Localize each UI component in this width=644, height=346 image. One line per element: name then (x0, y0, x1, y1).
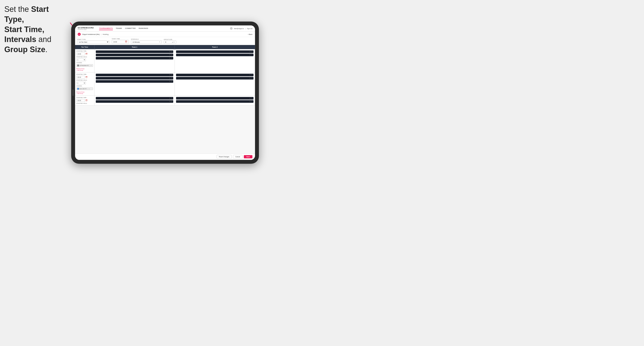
team1-cell-2: ✕ ✎ ✕ ✎ ✕ ✎ (94, 72, 175, 95)
instruction-text: Set the Start Type, Start Time, Interval… (4, 4, 69, 55)
cancel-button[interactable]: Cancel (233, 155, 242, 159)
starting-time-label-3: STARTING TIME: (76, 97, 93, 98)
team1-cell-3: ✕ ✎ ✕ ✎ (94, 96, 175, 105)
player-slot: ✕ ✎ (96, 77, 173, 79)
course-icon-1 (77, 65, 79, 66)
slot-edit-icon[interactable]: ✎ (251, 51, 253, 53)
slot-edit-icon[interactable]: ✎ (171, 101, 172, 102)
course-remove-1[interactable]: ✕ (90, 65, 90, 66)
player-slot: ✕ ✎ (96, 57, 173, 59)
table-row: STARTING TIME: ⏰ STARTING HOLE: ✕ ✎ ✕ ✎ (75, 96, 255, 106)
starting-time-input-3[interactable] (76, 99, 85, 102)
tablet-screen: SCOREBOARD Powered by clippd TOURNAMENTS… (75, 25, 255, 160)
slot-edit-icon[interactable]: ✎ (251, 74, 253, 76)
clock-icon-3: ⏰ (86, 100, 88, 101)
start-time-label: Start Time (112, 38, 129, 39)
slot-edit-icon[interactable]: ✎ (251, 77, 253, 79)
nav-links: TOURNAMENTS TEAMS COMMITTEE RANKINGS (99, 27, 226, 30)
nav-teams[interactable]: TEAMS (116, 27, 122, 30)
player-slot: ✕ ✎ (176, 74, 254, 76)
starting-time-input-1[interactable] (76, 53, 85, 55)
course-remove-2[interactable]: ✕ (88, 88, 88, 90)
course-icon-2 (77, 88, 79, 90)
sign-out-link[interactable]: Sign out (247, 28, 252, 29)
team1-cell-1: ✕ ✎ ✕ ✎ ✕ ✎ (94, 49, 175, 72)
add-group-btn-1[interactable]: + Add Group (76, 70, 93, 71)
slot-x-icon[interactable]: ✕ (250, 54, 251, 56)
remove-group-btn-2[interactable]: Remove Group (76, 91, 93, 93)
course-edit-1[interactable]: ✎ (91, 65, 92, 66)
back-button[interactable]: ‹ Back (248, 33, 252, 35)
slot-edit-icon[interactable]: ✎ (171, 51, 172, 53)
slot-x-icon[interactable]: ✕ (169, 97, 170, 99)
slot-x-icon[interactable]: ✕ (250, 101, 251, 102)
starting-hole-select-2[interactable]: 1 10 (76, 82, 86, 84)
start-type-select[interactable]: 1st Tee Start Shotgun Start (77, 40, 110, 44)
player-slot: ✕ ✎ (96, 74, 173, 76)
clock-icon-2: ⏰ (86, 76, 88, 78)
slot-edit-icon[interactable]: ✎ (251, 54, 253, 56)
course-name-2: East Lake GC (80, 88, 87, 89)
starting-time-label-2: STARTING TIME: (76, 74, 93, 75)
player-slot: ✕ ✎ (176, 77, 254, 79)
slot-x-icon[interactable]: ✕ (169, 51, 170, 53)
group-size-stepper[interactable]: ▲▼ (172, 41, 175, 43)
slot-x-icon[interactable]: ✕ (250, 77, 251, 79)
clock-icon-1: ⏰ (86, 53, 88, 55)
slot-edit-icon[interactable]: ✎ (171, 74, 172, 76)
header-team2: Team 2 (175, 45, 255, 49)
slot-edit-icon[interactable]: ✎ (171, 81, 172, 82)
slot-x-icon[interactable]: ✕ (169, 81, 170, 82)
breadcrumb-app-name: Clippd Invitational (Me) (82, 33, 100, 35)
breadcrumb-section: Hosting (103, 33, 108, 35)
logo-sub: Powered by clippd (78, 29, 94, 30)
header-team1: Team 1 (94, 45, 175, 49)
group-actions-1: Remove Group + Add Group (76, 68, 93, 71)
course-label-2: COURSE: (76, 85, 93, 87)
slot-x-icon[interactable]: ✕ (169, 101, 170, 102)
slot-edit-icon[interactable]: ✎ (171, 57, 172, 59)
nav-tournaments[interactable]: TOURNAMENTS (99, 27, 113, 30)
starting-hole-label-3: STARTING HOLE: (76, 103, 93, 104)
slot-edit-icon[interactable]: ✎ (171, 54, 172, 56)
slot-edit-icon[interactable]: ✎ (251, 101, 253, 102)
user-email: blair@clippd.io (234, 28, 244, 29)
course-edit-2[interactable]: ✎ (89, 88, 90, 90)
intervals-select[interactable]: 10 Minutes 5 Minutes 8 Minutes 12 Minute… (132, 41, 158, 43)
slot-edit-icon[interactable]: ✎ (171, 77, 172, 79)
nav-rankings[interactable]: RANKINGS (139, 27, 148, 30)
nav-right: blair@clippd.io | Sign out (230, 27, 252, 30)
save-button[interactable]: Save (244, 155, 252, 158)
starting-time-label-1: STARTING TIME: (76, 50, 93, 52)
clock-icon: ⏰ (125, 41, 127, 43)
slot-edit-icon[interactable]: ✎ (171, 97, 172, 99)
nav-committee[interactable]: COMMITTEE (125, 27, 136, 30)
start-type-label: Start Type (77, 39, 110, 40)
team2-cell-3: ✕ ✎ ✕ ✎ (175, 96, 255, 105)
reset-changes-button[interactable]: Reset Changes (216, 155, 232, 159)
slot-x-icon[interactable]: ✕ (250, 51, 251, 53)
player-slot: ✕ ✎ (96, 97, 173, 100)
start-type-group: Start Type 1st Tee Start Shotgun Start (77, 39, 110, 44)
player-slot: ✕ ✎ (176, 54, 254, 56)
slot-x-icon[interactable]: ✕ (250, 97, 251, 99)
slot-x-icon[interactable]: ✕ (169, 54, 170, 56)
slot-x-icon[interactable]: ✕ (169, 74, 170, 76)
group-size-input[interactable] (165, 41, 172, 43)
start-time-input[interactable] (113, 41, 124, 43)
remove-group-btn-1[interactable]: Remove Group (76, 68, 93, 69)
intervals-label: Intervals (131, 38, 162, 40)
slot-x-icon[interactable]: ✕ (169, 77, 170, 79)
add-group-btn-2[interactable]: + Add Group (76, 93, 93, 94)
slot-edit-icon[interactable]: ✎ (251, 97, 253, 99)
starting-hole-select-1[interactable]: 1 10 (76, 58, 86, 61)
player-slot: ✕ ✎ (96, 100, 173, 103)
group-size-group: Group Size ▲▼ (164, 39, 176, 44)
slot-x-icon[interactable]: ✕ (250, 74, 251, 76)
starting-hole-label-1: STARTING HOLE: (76, 56, 93, 57)
breadcrumb-bar: C Clippd Invitational (Me) | Hosting ‹ B… (75, 32, 255, 37)
slot-x-icon[interactable]: ✕ (169, 57, 170, 59)
tee-time-cell-3: STARTING TIME: ⏰ STARTING HOLE: (75, 96, 94, 105)
starting-time-input-2[interactable] (76, 76, 85, 79)
team2-cell-2: ✕ ✎ ✕ ✎ (175, 72, 255, 95)
